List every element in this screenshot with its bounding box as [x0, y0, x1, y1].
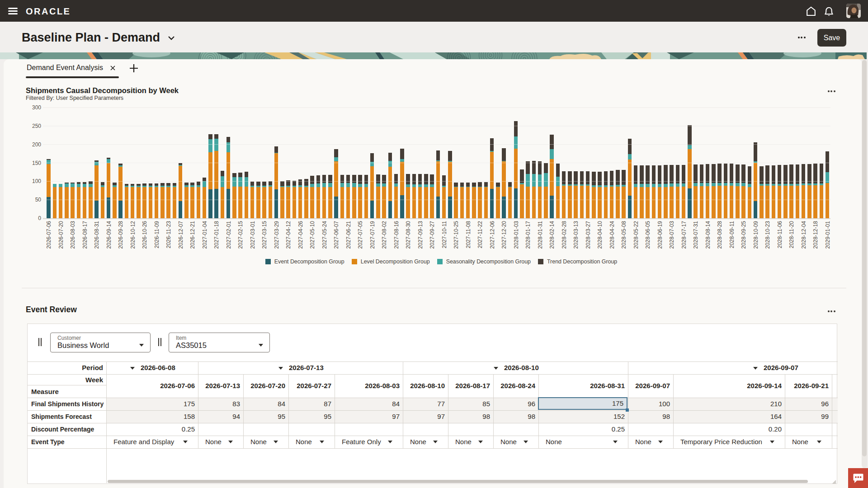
svg-text:2028-01-31: 2028-01-31	[537, 221, 543, 249]
svg-text:2027-02-01: 2027-02-01	[226, 221, 232, 249]
svg-text:2027-09-13: 2027-09-13	[417, 221, 424, 249]
svg-text:2026-07-20: 2026-07-20	[58, 221, 64, 249]
svg-text:2028-09-11: 2028-09-11	[729, 221, 735, 249]
svg-text:2026-08-31: 2026-08-31	[94, 221, 100, 249]
svg-text:2028-12-04: 2028-12-04	[801, 221, 807, 249]
svg-text:2028-06-19: 2028-06-19	[657, 221, 663, 249]
svg-text:2027-10-25: 2027-10-25	[453, 221, 459, 249]
svg-text:2028-07-31: 2028-07-31	[693, 221, 699, 249]
svg-text:2028-01-03: 2028-01-03	[513, 221, 519, 249]
svg-text:2027-03-29: 2027-03-29	[274, 221, 280, 249]
svg-text:2027-12-20: 2027-12-20	[501, 221, 507, 249]
svg-text:2027-01-04: 2027-01-04	[202, 221, 208, 249]
svg-text:100: 100	[32, 178, 41, 184]
svg-text:2027-03-15: 2027-03-15	[261, 221, 268, 249]
svg-text:2028-04-24: 2028-04-24	[609, 221, 615, 249]
svg-text:2026-09-14: 2026-09-14	[106, 221, 112, 249]
svg-text:2028-08-28: 2028-08-28	[717, 221, 723, 249]
svg-text:250: 250	[32, 123, 41, 129]
svg-text:2028-02-28: 2028-02-28	[561, 221, 567, 249]
svg-text:2026-10-12: 2026-10-12	[130, 221, 136, 249]
svg-text:2027-08-02: 2027-08-02	[381, 221, 387, 249]
svg-text:2028-05-22: 2028-05-22	[633, 221, 639, 249]
svg-text:2026-12-07: 2026-12-07	[178, 221, 184, 249]
svg-text:2027-07-19: 2027-07-19	[369, 221, 376, 249]
svg-text:2028-10-23: 2028-10-23	[764, 221, 771, 249]
svg-text:150: 150	[32, 160, 41, 166]
svg-text:2028-06-05: 2028-06-05	[645, 221, 651, 249]
svg-text:2027-08-16: 2027-08-16	[393, 221, 400, 249]
svg-text:2028-03-13: 2028-03-13	[573, 221, 579, 249]
svg-text:2026-12-21: 2026-12-21	[189, 221, 196, 249]
svg-text:2027-01-18: 2027-01-18	[213, 221, 220, 249]
svg-text:2027-05-24: 2027-05-24	[321, 221, 328, 249]
svg-text:2028-11-06: 2028-11-06	[777, 221, 783, 249]
svg-text:2028-02-14: 2028-02-14	[549, 221, 555, 249]
svg-text:2026-10-26: 2026-10-26	[142, 221, 148, 249]
svg-text:2027-07-05: 2027-07-05	[357, 221, 363, 249]
svg-text:2026-08-03: 2026-08-03	[70, 221, 76, 249]
svg-text:2027-11-22: 2027-11-22	[477, 221, 483, 249]
svg-text:2027-04-26: 2027-04-26	[297, 221, 304, 249]
svg-text:2029-01-01: 2029-01-01	[825, 221, 831, 249]
svg-text:2028-01-17: 2028-01-17	[525, 221, 531, 249]
svg-text:2028-07-17: 2028-07-17	[681, 221, 687, 249]
svg-text:2027-09-27: 2027-09-27	[429, 221, 435, 249]
svg-text:2028-04-10: 2028-04-10	[597, 221, 603, 249]
svg-text:2026-09-28: 2026-09-28	[118, 221, 124, 249]
svg-text:300: 300	[32, 104, 41, 111]
svg-text:2027-06-07: 2027-06-07	[333, 221, 340, 249]
svg-text:2027-11-08: 2027-11-08	[465, 221, 472, 249]
svg-text:2026-11-09: 2026-11-09	[154, 221, 160, 249]
svg-text:2027-02-15: 2027-02-15	[237, 221, 244, 249]
svg-text:2028-11-20: 2028-11-20	[788, 221, 795, 249]
svg-text:0: 0	[38, 215, 41, 221]
svg-text:2028-09-25: 2028-09-25	[741, 221, 747, 249]
svg-text:50: 50	[35, 197, 42, 203]
svg-text:2028-10-09: 2028-10-09	[753, 221, 759, 249]
svg-text:2027-05-10: 2027-05-10	[309, 221, 316, 249]
svg-text:2028-12-18: 2028-12-18	[812, 221, 819, 249]
svg-text:2027-04-12: 2027-04-12	[285, 221, 292, 249]
svg-text:2026-11-23: 2026-11-23	[165, 221, 172, 249]
svg-text:2028-05-08: 2028-05-08	[621, 221, 627, 249]
svg-text:2027-10-11: 2027-10-11	[441, 221, 448, 249]
svg-text:2028-07-03: 2028-07-03	[669, 221, 675, 249]
svg-text:2026-08-17: 2026-08-17	[82, 221, 88, 249]
svg-text:2028-08-14: 2028-08-14	[705, 221, 711, 249]
svg-text:200: 200	[32, 141, 41, 148]
svg-text:2027-12-06: 2027-12-06	[489, 221, 495, 249]
svg-text:2027-03-01: 2027-03-01	[250, 221, 256, 249]
svg-text:2026-07-06: 2026-07-06	[46, 221, 52, 249]
svg-text:2027-08-30: 2027-08-30	[405, 221, 411, 249]
svg-text:2028-03-27: 2028-03-27	[585, 221, 591, 249]
svg-text:2027-06-21: 2027-06-21	[345, 221, 352, 249]
